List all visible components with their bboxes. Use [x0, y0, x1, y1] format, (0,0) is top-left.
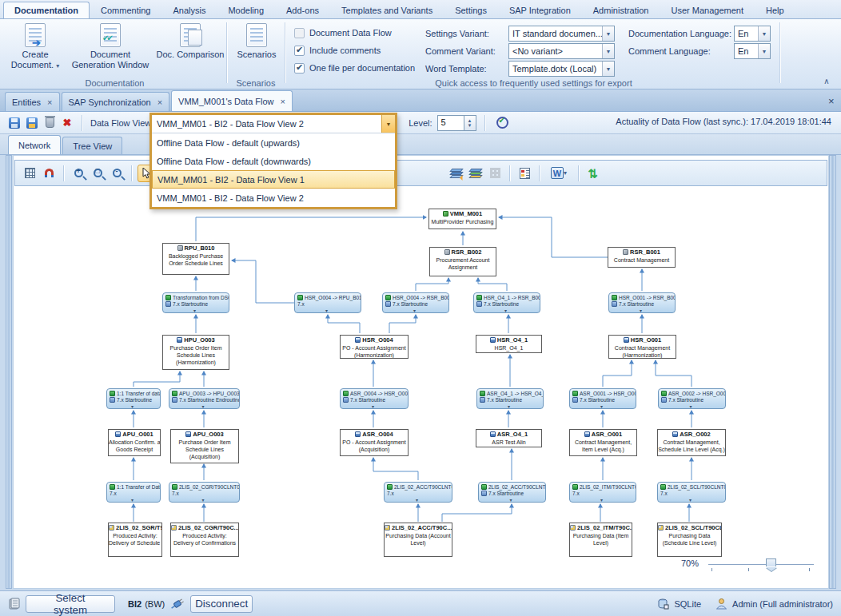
field-combobox[interactable]: Template.dotx (Local)▼: [508, 61, 615, 77]
chevron-down-icon[interactable]: ▼: [602, 44, 614, 58]
collapse-ribbon-icon[interactable]: ∧: [820, 77, 833, 88]
node-DS_SGR[interactable]: 2LIS_02_SGR/T90C...Produced Activity:Del…: [108, 523, 162, 557]
dropdown-option[interactable]: Offline Data Flow - default (upwards): [152, 133, 395, 152]
level-stepper[interactable]: 5 ▲▼: [437, 115, 476, 131]
chevron-down-icon[interactable]: ▼: [602, 26, 614, 41]
dropdown-option[interactable]: Offline Data Flow - default (downwards): [152, 152, 395, 170]
language-combobox[interactable]: En▼: [734, 43, 771, 59]
save-icon[interactable]: [6, 115, 22, 131]
chevron-down-icon[interactable]: ▼: [381, 115, 395, 133]
right-scrollbar[interactable]: [829, 155, 836, 589]
node-DS_ITM[interactable]: 2LIS_02_ITM/T90C...Purchasing Data (Item…: [569, 523, 632, 557]
node-ASR_O004[interactable]: ASR_O004PO - Account Assignment(Acquisit…: [340, 429, 409, 456]
scenarios-button[interactable]: Scenarios: [232, 22, 281, 77]
node-T2e[interactable]: ASR_O001 -> HSR_O0017.x Startroutine▾: [569, 388, 636, 409]
ribbon-tab-settings[interactable]: Settings: [444, 2, 498, 18]
document-generation-window-button[interactable]: ✔✔ Document Generation Window: [69, 22, 152, 77]
combobox-display[interactable]: VMM_MM01 - BI2 - Data Flow View 2 ▼: [152, 115, 395, 133]
zoom-slider-handle[interactable]: [766, 558, 776, 566]
zoom-slider-track[interactable]: [708, 564, 814, 565]
zoom-region-icon[interactable]: □: [89, 165, 106, 182]
layers-icon[interactable]: [467, 165, 484, 182]
ribbon-tab-user-management[interactable]: User Management: [660, 2, 755, 18]
node-T3a[interactable]: 1:1 Transfer of Data from 2LIS...7.x▾: [106, 482, 161, 503]
overview-grid-icon[interactable]: [21, 165, 38, 182]
node-HSR_O004[interactable]: HSR_O004PO - Account Assignment(Harmoniz…: [340, 335, 409, 359]
close-icon[interactable]: ×: [157, 97, 162, 107]
stepper-arrows-icon[interactable]: ▲▼: [464, 115, 476, 131]
node-T1d[interactable]: HSR_O4_1 -> RSR_B0027.x Startroutine▾: [473, 292, 540, 313]
node-T1a[interactable]: Transformation from DSO HP...7.x Startro…: [162, 292, 229, 313]
field-combobox[interactable]: <No variant>▼: [508, 43, 615, 59]
ribbon-tab-analysis[interactable]: Analysis: [161, 2, 217, 18]
document-tab[interactable]: SAP Synchronization×: [62, 92, 170, 111]
node-T3f[interactable]: 2LIS_02_SCL/T90CLNT090 ->...7.x▾: [657, 482, 726, 503]
document-tab[interactable]: Entities×: [5, 92, 60, 111]
ribbon-tab-add-ons[interactable]: Add-ons: [275, 2, 330, 18]
chevron-down-icon[interactable]: ▼: [758, 26, 770, 41]
document-tab[interactable]: VMM_M001's Data Flow×: [171, 90, 293, 111]
node-RSR_B002[interactable]: RSR_B002Procurement AccountAssignment: [429, 247, 496, 276]
node-T3e[interactable]: 2LIS_02_ITM/T90CLNT090 ->...7.x▾: [569, 482, 636, 503]
node-T2f[interactable]: ASR_O002 -> HSR_O0017.x Startroutine▾: [658, 388, 726, 409]
level-value[interactable]: 5: [437, 115, 464, 131]
disconnect-button[interactable]: Disconnect: [190, 595, 253, 613]
ribbon-tab-templates-and-variants[interactable]: Templates and Variants: [330, 2, 444, 18]
node-APU_O003[interactable]: APU_O003Purchase Order ItemSchedule Line…: [170, 429, 239, 463]
remove-view-icon[interactable]: ✖: [59, 115, 75, 131]
delete-icon[interactable]: [42, 115, 58, 131]
node-DS_CGR[interactable]: 2LIS_02_CGR/T90C...Produced Activity:Del…: [170, 523, 239, 557]
node-VMM_M001[interactable]: VMM_M001MultiProvider Purchasing: [428, 209, 496, 229]
refresh-icon[interactable]: ⇄: [584, 165, 602, 182]
snap-magnet-icon[interactable]: [40, 165, 58, 182]
create-document-button[interactable]: ➔ Create Document. ▾: [6, 22, 64, 77]
node-DS_SCL[interactable]: 2LIS_02_SCL/T90CL...Purchasing Data(Sche…: [657, 523, 722, 557]
dropdown-option[interactable]: VMM_MM01 - BI2 - Data Flow View 2: [152, 189, 395, 207]
node-T2a[interactable]: 1:1 Transfer of data from APU...7.x Star…: [106, 388, 161, 409]
node-HPU_O003[interactable]: HPU_O003Purchase Order ItemSchedule Line…: [162, 335, 229, 370]
node-ASR_O002[interactable]: ASR_O002Contract Management,Schedule Lin…: [657, 429, 726, 456]
chevron-down-icon[interactable]: ▼: [758, 44, 770, 58]
ribbon-tab-commenting[interactable]: Commenting: [90, 2, 161, 18]
save-as-icon[interactable]: [24, 115, 40, 131]
node-ASR_O001[interactable]: ASR_O001Contract Management,Item Level (…: [569, 429, 637, 456]
node-T2d[interactable]: ASR_O4_1 -> HSR_O4_17.x Startroutine▾: [476, 388, 544, 409]
close-icon[interactable]: ×: [47, 97, 52, 107]
legend-table-icon[interactable]: [516, 165, 533, 182]
node-T1e[interactable]: HSR_O001 -> RSR_B0017.x Startroutine▾: [608, 292, 676, 313]
view-tab-tree-view[interactable]: Tree View: [62, 137, 122, 154]
ribbon-tab-sap-integration[interactable]: SAP Integration: [498, 2, 582, 18]
dropdown-option[interactable]: VMM_MM01 - BI2 - Data Flow View 1: [152, 170, 395, 189]
sync-clock-icon[interactable]: [496, 117, 508, 129]
ribbon-tab-documentation[interactable]: Documentation: [3, 2, 90, 18]
checkbox[interactable]: ✔: [294, 46, 305, 56]
edit-layers-icon[interactable]: [448, 165, 465, 182]
left-splitter[interactable]: [6, 155, 12, 589]
view-tab-network[interactable]: Network: [8, 135, 61, 154]
ribbon-tab-modeling[interactable]: Modeling: [217, 2, 275, 18]
doc-comparison-button[interactable]: Doc. Comparison: [155, 22, 225, 77]
ribbon-tab-help[interactable]: Help: [755, 2, 795, 18]
node-RPU_B010[interactable]: RPU_B010Backlogged PurchaseOrder Schedul…: [162, 243, 229, 275]
node-HSR_O4_1[interactable]: HSR_O4_1HSR_O4_1: [476, 335, 542, 353]
node-RSR_B001[interactable]: RSR_B001Contract Management: [608, 247, 676, 268]
checkbox[interactable]: [294, 28, 305, 38]
node-T1b[interactable]: HSR_O004 -> RPU_B0107.x▾: [294, 292, 361, 313]
chevron-down-icon[interactable]: ▼: [602, 62, 614, 76]
node-T3d[interactable]: 2LIS_02_ACC/T90CLNT090 ->...7.x Startrou…: [478, 482, 546, 503]
node-DS_ACC[interactable]: 2LIS_02_ACC/T90C...Purchasing Data (Acco…: [384, 523, 452, 557]
close-icon[interactable]: ×: [828, 95, 835, 107]
close-icon[interactable]: ×: [281, 97, 285, 106]
node-T1c[interactable]: HSR_O004 -> RSR_B0027.x Startroutine▾: [382, 292, 449, 313]
node-HSR_O001[interactable]: HSR_O001Contract Management(Harmonizatio…: [608, 335, 676, 359]
node-ASR_O4_1[interactable]: ASR_O4_1ASR Test Alin: [476, 429, 542, 447]
node-APU_O001[interactable]: APU_O001Allocation Confirm. andGoods Rec…: [108, 429, 161, 456]
node-T3b[interactable]: 2LIS_02_CGR/T90CLNT090 ->...7.x▾: [169, 482, 240, 503]
ribbon-tab-administration[interactable]: Administration: [582, 2, 660, 18]
checkbox[interactable]: ✔: [294, 63, 305, 74]
zoom-out-icon[interactable]: -: [108, 165, 126, 182]
node-T3c[interactable]: 2LIS_02_ACC/T90CLNT090 ->...7.x▾: [384, 482, 452, 503]
select-system-button[interactable]: Select system: [26, 595, 115, 613]
zoom-in-icon[interactable]: +: [70, 165, 87, 182]
word-export-icon[interactable]: W▾: [545, 165, 572, 182]
